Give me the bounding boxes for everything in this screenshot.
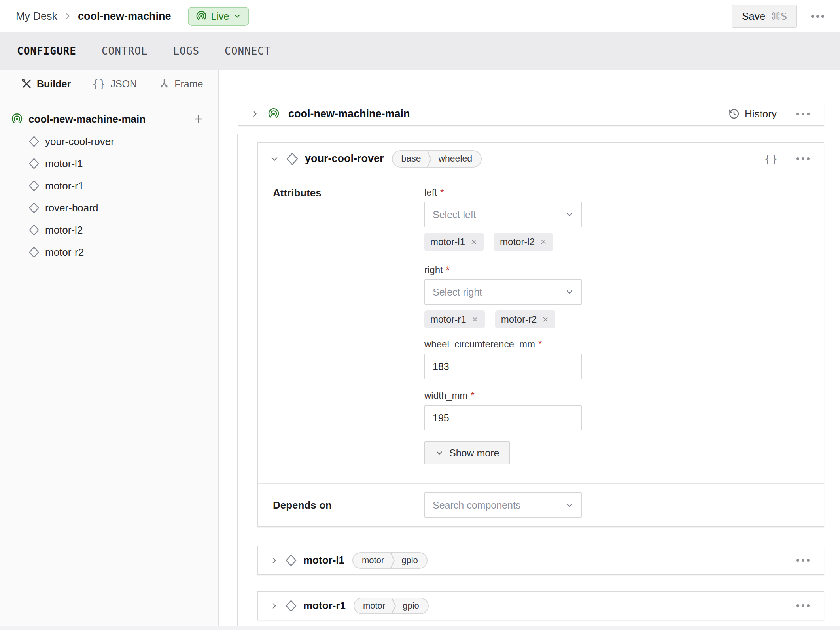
tree-item-label: motor-r1 — [45, 180, 84, 192]
status-label: Live — [211, 11, 229, 22]
right-motor-chips: motor-r1 motor-r2 — [424, 310, 582, 328]
tree-item-motor-r1[interactable]: motor-r1 — [0, 175, 218, 197]
machine-tab-bar: CONFIGURE CONTROL LOGS CONNECT — [0, 32, 840, 70]
component-type-tags: base wheeled — [392, 150, 482, 168]
view-json-icon[interactable]: {} — [764, 153, 778, 165]
tree-item-label: rover-board — [45, 202, 98, 214]
header-overflow-menu-icon[interactable] — [807, 11, 828, 22]
tree-item-label: your-cool-rover — [45, 136, 114, 148]
rover-overflow-menu-icon[interactable] — [793, 153, 814, 164]
tag-motor: motor — [353, 553, 390, 568]
history-button[interactable]: History — [728, 108, 777, 120]
remove-chip-icon[interactable] — [541, 315, 549, 323]
mode-frame[interactable]: Frame — [158, 78, 203, 90]
tab-configure[interactable]: CONFIGURE — [17, 45, 76, 57]
history-label: History — [745, 108, 777, 120]
component-diamond-icon — [28, 224, 40, 236]
chip-motor-l2: motor-l2 — [494, 233, 553, 251]
horizontal-scrollbar-track[interactable] — [0, 626, 840, 630]
chevron-right-icon — [64, 12, 72, 20]
component-tree: cool-new-machine-main your-cool-rover mo… — [0, 98, 218, 263]
rover-title: your-cool-rover — [305, 153, 384, 165]
show-more-button[interactable]: Show more — [424, 441, 510, 464]
tree-item-label: motor-r2 — [45, 246, 84, 258]
motor-r1-overflow-menu-icon[interactable] — [793, 600, 814, 611]
breadcrumb: My Desk cool-new-machine — [16, 10, 171, 23]
attributes-heading: Attributes — [273, 187, 322, 199]
mode-json-label: JSON — [110, 78, 137, 90]
component-diamond-icon — [286, 152, 299, 166]
tree-item-motor-l1[interactable]: motor-l1 — [0, 153, 218, 175]
left-motor-select[interactable]: Select left — [424, 202, 582, 227]
machine-part-card: cool-new-machine-main History — [238, 102, 824, 126]
tab-control[interactable]: CONTROL — [102, 45, 148, 57]
field-label-right: right* — [424, 264, 582, 275]
save-button[interactable]: Save ⌘S — [732, 5, 797, 28]
required-marker: * — [471, 390, 474, 401]
app-header: My Desk cool-new-machine Live Save ⌘S — [0, 0, 840, 32]
tag-divider-icon — [392, 598, 396, 614]
expand-chevron-icon[interactable] — [270, 602, 278, 610]
machine-part-title: cool-new-machine-main — [288, 108, 410, 120]
save-label: Save — [742, 10, 765, 23]
field-label-left: left* — [424, 187, 582, 197]
tab-connect[interactable]: CONNECT — [225, 45, 271, 57]
motor-l1-overflow-menu-icon[interactable] — [793, 555, 814, 566]
frame-axes-icon — [158, 78, 170, 90]
remove-chip-icon[interactable] — [471, 315, 479, 323]
part-group-guide-line — [237, 134, 238, 630]
chevron-down-icon — [565, 287, 574, 297]
tree-item-motor-r2[interactable]: motor-r2 — [0, 241, 218, 263]
required-marker: * — [440, 187, 444, 198]
motor-l1-card: motor-l1 motor gpio — [257, 546, 824, 575]
expand-chevron-icon[interactable] — [250, 109, 259, 118]
part-overflow-menu-icon[interactable] — [793, 109, 814, 119]
component-diamond-icon — [285, 554, 297, 567]
tree-item-your-cool-rover[interactable]: your-cool-rover — [0, 130, 218, 153]
remove-chip-icon[interactable] — [470, 238, 478, 246]
tree-item-rover-board[interactable]: rover-board — [0, 197, 218, 219]
mode-frame-label: Frame — [174, 78, 203, 90]
tree-item-label: motor-l1 — [45, 158, 83, 170]
motor-r1-title: motor-r1 — [303, 600, 346, 612]
mode-json[interactable]: {} JSON — [92, 78, 137, 90]
tree-item-motor-l2[interactable]: motor-l2 — [0, 219, 218, 241]
view-mode-switcher: Builder {} JSON Frame — [0, 70, 218, 98]
chip-motor-l1: motor-l1 — [424, 233, 484, 251]
tree-root-label: cool-new-machine-main — [28, 113, 146, 125]
save-shortcut-hint: ⌘S — [771, 11, 787, 22]
tab-logs[interactable]: LOGS — [173, 45, 199, 57]
expand-chevron-icon[interactable] — [270, 556, 278, 564]
show-more-label: Show more — [449, 447, 499, 459]
breadcrumb-parent-link[interactable]: My Desk — [16, 10, 57, 23]
machine-status-dropdown[interactable]: Live — [188, 7, 250, 26]
collapse-chevron-icon[interactable] — [270, 155, 279, 163]
right-motor-select[interactable]: Select right — [424, 279, 582, 305]
component-type-tags: motor gpio — [352, 552, 428, 569]
add-component-button[interactable] — [191, 111, 206, 126]
depends-on-section: Depends on Search components — [258, 484, 824, 526]
field-label-wheel-circumference: wheel_circumference_mm* — [424, 339, 582, 349]
motor-r1-card: motor-r1 motor gpio — [257, 591, 824, 620]
tag-wheeled: wheeled — [432, 151, 481, 167]
tree-root-machine-part[interactable]: cool-new-machine-main — [0, 108, 218, 130]
tag-base: base — [393, 151, 428, 167]
wheel-circumference-input[interactable] — [424, 354, 582, 379]
chevron-down-icon — [565, 500, 574, 510]
component-diamond-icon — [28, 157, 40, 170]
component-diamond-icon — [28, 135, 40, 147]
depends-on-select[interactable]: Search components — [424, 492, 582, 518]
content: Builder {} JSON Frame — [0, 70, 840, 630]
left-motor-chips: motor-l1 motor-l2 — [424, 233, 582, 251]
motor-l1-title: motor-l1 — [303, 554, 344, 566]
field-label-width-mm: width_mm* — [424, 390, 582, 400]
tree-item-label: motor-l2 — [45, 224, 83, 236]
depends-on-heading: Depends on — [273, 499, 332, 511]
component-diamond-icon — [28, 246, 40, 258]
sidebar: Builder {} JSON Frame — [0, 70, 219, 630]
mode-builder[interactable]: Builder — [21, 78, 71, 90]
broadcast-icon — [196, 11, 207, 22]
remove-chip-icon[interactable] — [539, 238, 547, 246]
chevron-down-icon — [565, 210, 574, 219]
width-mm-input[interactable] — [424, 405, 582, 430]
